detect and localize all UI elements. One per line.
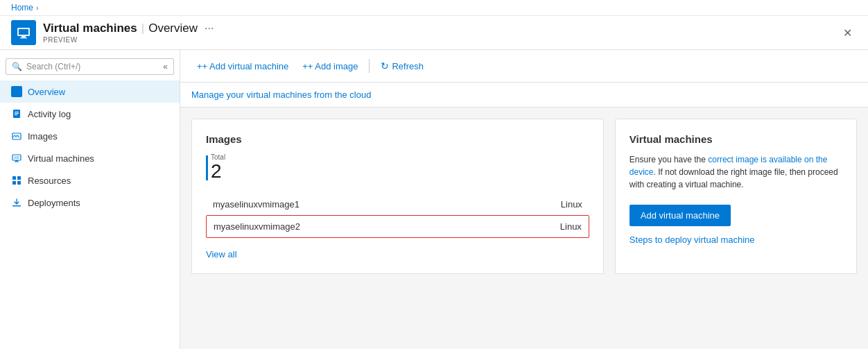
count-accent-bar: [206, 155, 208, 180]
search-box[interactable]: 🔍 «: [6, 58, 174, 75]
sidebar-item-resources[interactable]: Resources: [0, 169, 180, 191]
vm-desc-part1: Ensure you have the: [630, 155, 708, 164]
add-vm-toolbar-button[interactable]: + + Add virtual machine: [191, 58, 294, 75]
svg-rect-15: [17, 176, 21, 180]
page-title: Overview: [148, 22, 198, 35]
sidebar-item-virtual-machines[interactable]: Virtual machines: [0, 147, 180, 169]
sidebar-label-overview: Overview: [28, 87, 65, 97]
sidebar-label-resources: Resources: [28, 176, 71, 186]
sidebar-label-activity-log: Activity log: [28, 109, 71, 119]
sidebar-label-images: Images: [28, 131, 58, 142]
svg-rect-16: [12, 181, 16, 185]
add-vm-plus-icon: +: [197, 61, 202, 71]
svg-rect-13: [15, 162, 19, 162]
image-row-1[interactable]: myaselinuxvmimage1 Linux: [206, 194, 589, 215]
image-os-2: Linux: [560, 221, 582, 232]
page-description: Manage your virtual machines from the cl…: [191, 90, 371, 100]
vm-panel: Virtual machines Ensure you have the cor…: [615, 119, 857, 274]
title-separator: |: [141, 22, 144, 35]
close-button[interactable]: ✕: [837, 23, 857, 42]
breadcrumb-separator: ›: [36, 3, 39, 12]
vm-desc-part2: . If not download the right image file, …: [630, 167, 838, 189]
image-name-1: myaselinuxvmimage1: [213, 199, 300, 210]
svg-rect-14: [12, 176, 16, 180]
svg-rect-11: [14, 156, 19, 159]
resources-icon: [11, 175, 22, 186]
total-count: 2: [211, 160, 222, 182]
svg-rect-7: [15, 114, 17, 115]
add-vm-label: + Add virtual machine: [202, 61, 289, 71]
sidebar-item-activity-log[interactable]: Activity log: [0, 103, 180, 125]
sidebar-label-deployments: Deployments: [28, 198, 80, 208]
title-dots[interactable]: ···: [205, 22, 214, 35]
refresh-icon: ↻: [381, 60, 389, 71]
image-list: myaselinuxvmimage1 Linux myaselinuxvmima…: [206, 194, 589, 238]
count-bar: Total 2: [206, 153, 589, 182]
vm-description: Ensure you have the correct image is ava…: [630, 153, 842, 191]
svg-rect-12: [15, 160, 18, 162]
add-image-label: + Add image: [308, 61, 358, 71]
panels-container: Images Total 2 myaselinuxvmimage1 Linux …: [180, 108, 868, 285]
breadcrumb-home[interactable]: Home: [11, 3, 33, 12]
view-all-link[interactable]: View all: [206, 249, 237, 259]
preview-badge: PREVIEW: [43, 36, 837, 44]
deployments-icon: [11, 197, 22, 208]
svg-rect-5: [15, 112, 19, 112]
refresh-button[interactable]: ↻ Refresh: [375, 57, 429, 75]
images-icon: [11, 130, 22, 142]
refresh-label: Refresh: [392, 61, 424, 71]
vm-panel-title: Virtual machines: [630, 133, 842, 145]
svg-rect-1: [19, 29, 28, 35]
svg-rect-6: [15, 113, 19, 114]
collapse-icon[interactable]: «: [163, 62, 168, 71]
search-icon: 🔍: [12, 62, 22, 71]
images-panel: Images Total 2 myaselinuxvmimage1 Linux …: [191, 119, 604, 274]
image-os-1: Linux: [561, 199, 582, 210]
image-name-2: myaselinuxvmimage2: [214, 221, 300, 232]
toolbar: + + Add virtual machine + + Add image ↻ …: [180, 50, 868, 83]
add-virtual-machine-button[interactable]: Add virtual machine: [630, 205, 731, 226]
sidebar-label-virtual-machines: Virtual machines: [28, 153, 94, 164]
steps-to-deploy-link[interactable]: Steps to deploy virtual machine: [630, 235, 755, 245]
app-icon: [11, 20, 36, 45]
images-panel-title: Images: [206, 133, 589, 145]
overview-icon: [11, 86, 22, 97]
image-row-2[interactable]: myaselinuxvmimage2 Linux: [206, 215, 589, 238]
toolbar-separator: [369, 59, 370, 73]
add-image-button[interactable]: + + Add image: [297, 58, 363, 75]
add-image-plus-icon: +: [302, 61, 308, 71]
activity-log-icon: [11, 108, 22, 119]
svg-rect-3: [20, 37, 27, 39]
virtual-machines-icon: [11, 153, 22, 164]
sidebar-item-overview[interactable]: Overview: [0, 80, 180, 103]
sidebar-item-deployments[interactable]: Deployments: [0, 191, 180, 214]
svg-rect-17: [17, 181, 21, 185]
vm-icon: [16, 25, 31, 40]
sidebar-item-images[interactable]: Images: [0, 125, 180, 147]
app-title: Virtual machines: [43, 22, 137, 35]
svg-rect-2: [21, 36, 26, 37]
svg-rect-18: [12, 205, 21, 207]
search-input[interactable]: [26, 62, 130, 71]
count-info: Total 2: [211, 153, 225, 182]
